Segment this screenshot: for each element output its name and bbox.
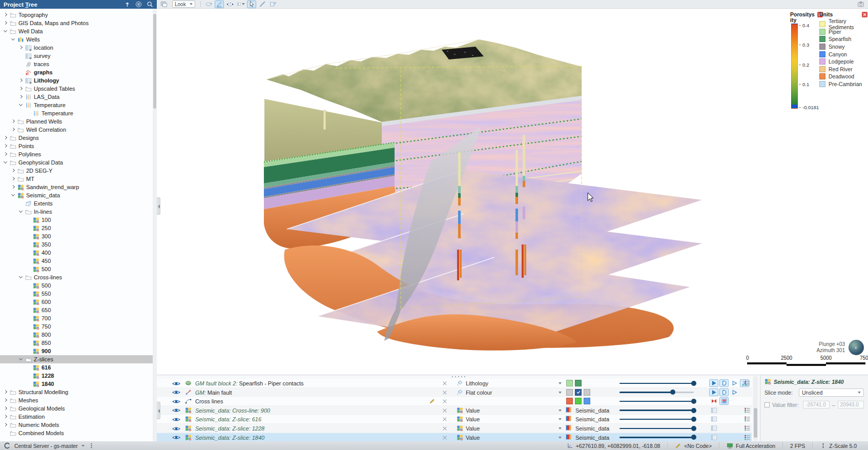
colormap-select[interactable]: Seismic_data [575,435,609,441]
scene-row[interactable]: Seismic_data: Z-slice: 1228ValueSeismic_… [157,424,752,433]
remove-from-scene-icon[interactable] [442,407,448,415]
play-button[interactable] [709,388,718,396]
colormap-swatch[interactable] [565,434,572,441]
chevron-expanded-icon[interactable] [18,209,24,215]
clip-tool-button[interactable] [236,1,245,8]
visibility-eye-icon[interactable] [172,435,180,440]
colormap-select[interactable]: Seismic_data [575,407,609,414]
chevron-collapsed-icon[interactable] [11,127,16,133]
server-selector[interactable]: Central Server - gs-master [14,443,78,449]
chevron-down-icon[interactable] [559,418,562,420]
tree-item[interactable]: Combined Models [0,429,153,437]
gridbtn-button[interactable] [709,415,718,423]
legend-button[interactable] [742,406,752,414]
tree-item[interactable]: 700 [0,314,153,322]
color-swatch[interactable] [584,398,590,404]
scrollbar-thumb[interactable] [754,408,757,438]
tree-item[interactable]: Planned Wells [0,117,153,126]
color-swatch[interactable] [575,380,582,386]
visibility-eye-icon[interactable] [172,417,180,422]
chevron-down-icon[interactable] [559,382,562,384]
tree-item[interactable]: MT [0,175,153,183]
chevron-collapsed-icon[interactable] [3,135,9,141]
scrollbar-thumb[interactable] [153,14,156,109]
chevron-collapsed-icon[interactable] [18,94,24,100]
tree-item[interactable]: 550 [0,290,153,298]
chevron-collapsed-icon[interactable] [3,398,9,403]
gridbtn-button[interactable] [709,424,718,432]
visibility-eye-icon[interactable] [172,390,180,395]
snapshot-button[interactable] [856,1,865,8]
measure-tool-button[interactable] [258,1,267,8]
scene-row[interactable]: Seismic_data: Z-slice: 616ValueSeismic_d… [157,415,752,424]
color-swatch[interactable] [584,389,590,396]
tree-item[interactable]: graphs [0,68,153,76]
checkbox-checked[interactable] [575,389,582,396]
chevron-collapsed-icon[interactable] [11,168,16,174]
play-button[interactable] [709,379,718,387]
chevron-collapsed-icon[interactable] [18,45,24,51]
tree-item[interactable]: Well Correlation [0,126,153,134]
remove-from-scene-icon[interactable] [442,416,448,423]
colormap-swatch[interactable] [565,425,572,432]
panel-collapse-handle[interactable] [157,402,160,419]
tree-item[interactable]: 450 [0,257,153,265]
chevron-down-icon[interactable] [606,437,609,439]
tree-item[interactable]: 350 [0,240,153,249]
opacity-slider[interactable] [619,410,694,411]
pause-processing-icon[interactable] [135,1,142,8]
tree-item[interactable]: Wells [0,35,153,44]
scene-row[interactable]: Cross lines [157,397,752,406]
tree-item[interactable]: 650 [0,306,153,314]
remove-from-scene-icon[interactable] [442,425,448,433]
visibility-eye-icon[interactable] [172,407,180,413]
legend-button[interactable] [742,379,752,387]
chevron-expanded-icon[interactable] [11,37,16,43]
opacity-slider[interactable] [619,383,694,384]
chevron-down-icon[interactable] [559,427,562,429]
opacity-slider[interactable] [619,401,694,402]
slice-mode-dropdown[interactable]: Unsliced [799,388,864,397]
remove-from-scene-icon[interactable] [442,398,448,405]
colormap-swatch[interactable] [565,416,572,422]
tree-item[interactable]: 400 [0,249,153,257]
tree-item[interactable]: Cross-lines [0,273,153,281]
tree-item[interactable]: Sandwin_trend_warp [0,183,153,191]
shader-select[interactable]: Value [466,416,480,422]
tree-item[interactable]: 600 [0,298,153,306]
tri-button[interactable] [730,388,739,396]
tree-item[interactable]: Extents [0,199,153,208]
opacity-slider[interactable] [619,419,694,420]
chevron-down-icon[interactable] [559,437,562,439]
look-dropdown[interactable]: Look [172,1,195,8]
tree-item[interactable]: 750 [0,322,153,331]
value-filter-max-input[interactable]: 20943.0 [838,401,864,408]
chevron-down-icon[interactable] [559,410,562,412]
overflow-menu-icon[interactable] [88,442,95,449]
shader-select[interactable]: Value [466,425,480,432]
move-up-icon[interactable] [124,1,131,8]
draw-plane-tool-button[interactable] [268,1,278,8]
tree-item[interactable]: 850 [0,339,153,347]
chevron-expanded-icon[interactable] [11,193,16,198]
chevron-expanded-icon[interactable] [18,357,24,362]
chevron-collapsed-icon[interactable] [18,78,24,84]
tree-item[interactable]: 250 [0,224,153,232]
select-tool-button[interactable] [247,1,256,8]
tree-item[interactable]: Lithology [0,76,153,85]
colormap-select[interactable]: Seismic_data [575,416,609,422]
color-swatch[interactable] [566,389,573,396]
chevron-expanded-icon[interactable] [18,103,24,108]
panel-drag-handle[interactable] [451,376,466,378]
legend-button[interactable] [742,415,752,423]
tree-item[interactable]: traces [0,60,153,68]
tree-item[interactable]: Geological Models [0,404,153,413]
chevron-collapsed-icon[interactable] [18,86,24,92]
tree-item[interactable]: 500 [0,265,153,273]
sidebar-collapse-handle[interactable] [157,197,160,215]
chevron-collapsed-icon[interactable] [11,176,16,182]
scene-3d[interactable] [157,9,868,375]
tree-item[interactable]: 800 [0,331,153,339]
color-swatch[interactable] [566,380,573,386]
tree-item[interactable]: survey [0,52,153,60]
